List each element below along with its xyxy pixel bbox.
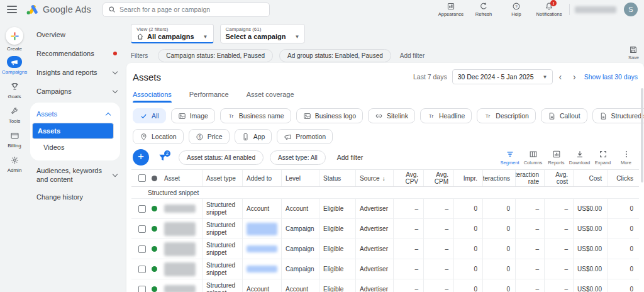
column-header-label: Interactions [482,175,510,182]
tab-performance[interactable]: Performance [189,91,229,103]
column-header-status[interactable]: Status [319,170,355,186]
table-filter-chip-asset-type[interactable]: Asset type: All [270,150,326,165]
global-search[interactable] [103,3,270,17]
add-asset-button[interactable]: + [133,149,149,166]
chevron-up-icon [106,112,111,117]
search-input[interactable] [119,6,264,13]
row-checkbox[interactable] [138,205,146,213]
previous-period-button[interactable]: ‹ [553,72,567,82]
rail-item-create[interactable]: Create [6,27,23,52]
asset-type-chip-business-name[interactable]: TrBusiness name [220,108,291,123]
sidebar-item-campaigns[interactable]: Campaigns [29,82,126,101]
asset-type-cell: Structured snippet [202,199,242,218]
row-checkbox[interactable] [138,266,146,273]
scrollbar[interactable] [641,88,643,182]
table-action-expand[interactable]: Expand [591,150,614,166]
product-name: Google Ads [43,4,91,14]
tab-bar: AssociationsPerformanceAsset coverage [133,91,644,103]
topbar-action-appearance[interactable]: Appearance [435,2,467,17]
asset-type-chip-headline[interactable]: TrHeadline [420,108,472,123]
next-period-button[interactable]: › [567,72,582,82]
table-action-reports[interactable]: Reports [545,150,568,166]
sidebar-item-recommendations[interactable]: Recommendations [29,44,126,63]
asset-type-chip-description[interactable]: TrDescription [477,108,536,123]
column-header-level[interactable]: Level [281,170,319,186]
show-last-30-days-link[interactable]: Show last 30 days [584,73,638,81]
filter-funnel-button[interactable]: 2 [158,153,167,162]
text-icon: Tr [484,112,492,120]
metric-cell-4: – [515,239,544,259]
asset-type-chip-location[interactable]: Location [133,129,184,144]
campaign-link-redacted[interactable] [247,245,277,252]
metric-cell-6: US$0.00 [573,259,607,279]
column-header-source[interactable]: Source↓ [355,170,393,186]
svg-text:?: ? [515,4,518,9]
filter-chip-campaign-status[interactable]: Campaign status: Enabled, Paused [158,49,273,62]
rail-item-admin[interactable]: Admin [7,154,22,173]
sidebar-item-change-history[interactable]: Change history [29,188,126,206]
asset-cell [160,279,202,292]
column-header-asset[interactable]: Asset [160,170,202,186]
column-header-interaction-rate[interactable]: Interaction rate [515,170,544,186]
asset-type-chip-sitelink[interactable]: Sitelink [368,108,415,123]
table-add-filter-link[interactable]: Add filter [337,154,363,161]
avatar[interactable]: S [624,3,638,16]
asset-type-chip-all[interactable]: All [133,108,166,123]
topbar-action-help[interactable]: ?Help [500,2,533,17]
asset-type-chip-price[interactable]: $Price [189,129,230,144]
sidebar-item-assets-section[interactable]: Assets [30,105,120,123]
row-checkbox[interactable] [138,225,146,233]
column-header-interactions[interactable]: Interactions [482,170,515,186]
sidebar-item-insights-and-reports[interactable]: Insights and reports [29,63,126,82]
main-menu-icon[interactable] [7,6,17,13]
column-header-impr[interactable]: Impr. [453,170,482,186]
add-filter-link[interactable]: Add filter [400,52,425,59]
table-action-segment[interactable]: Segment [498,150,521,166]
select-all-checkbox[interactable] [138,174,146,182]
asset-type-chip-promotion[interactable]: Promotion [277,129,333,144]
column-header-avg-cpm[interactable]: Avg. CPM [423,170,453,186]
column-header-clicks[interactable]: Clicks [607,170,638,186]
tab-asset-coverage[interactable]: Asset coverage [247,91,294,103]
campaign-link-redacted[interactable] [247,223,277,235]
topbar-action-notifications[interactable]: Notifications! [533,2,565,17]
sidebar-item-overview[interactable]: Overview [29,25,126,44]
table-action-download[interactable]: Download [568,150,591,166]
asset-type-chip-business-logo[interactable]: Business logo [296,108,363,123]
rail-item-goals[interactable]: Goals [7,81,22,99]
view-selector[interactable]: View (2 filters) All campaigns ▼ [131,24,214,43]
asset-type-chip-app[interactable]: App [235,129,272,144]
filter-chip-ad-group-status[interactable]: Ad group status: Enabled, Paused [279,49,391,62]
status-dot-green [152,266,157,272]
chip-label: Business logo [315,112,356,120]
rail-item-tools[interactable]: Tools [7,105,22,124]
column-header-added-to[interactable]: Added to [242,170,281,186]
table-toolbar: + 2 Asset status: All enabledAsset type:… [133,149,638,166]
rail-item-campaigns[interactable]: Campaigns [2,56,27,75]
column-header-avg-cost[interactable]: Avg. cost [544,170,573,186]
row-checkbox[interactable] [138,286,146,292]
column-header-asset-type[interactable]: Asset type [202,170,242,186]
date-range-picker[interactable]: 30 Dec 2024 - 5 Jan 2025 ▼ [452,69,553,84]
sidebar-item-assets[interactable]: Assets [32,123,114,139]
campaign-link-redacted[interactable] [247,266,277,272]
sidebar-item-audiences-keywords-and-content[interactable]: Audiences, keywords and content [29,162,126,188]
save-button[interactable]: Save [628,45,639,60]
table-filter-chip-asset-status[interactable]: Asset status: All enabled [179,150,264,165]
table-action-columns[interactable]: Columns [521,150,545,166]
tab-associations[interactable]: Associations [133,91,172,103]
table-action-more[interactable]: More [614,150,638,166]
asset-type-chip-callout[interactable]: Callout [541,108,587,123]
asset-type-chip-structured-snippet[interactable]: Structured snippet [592,108,644,123]
rail-item-billing[interactable]: Billing [7,130,22,149]
chip-label: Business name [239,112,284,120]
topbar-action-refresh[interactable]: Refresh [467,2,500,17]
sidebar: CreateCampaignsGoalsToolsBillingAdmin Ov… [0,19,126,292]
asset-type-chip-image[interactable]: Image [171,108,215,123]
campaign-selector[interactable]: Campaigns (61) Select a campaign ▼ [220,24,306,43]
asset-name-redacted [164,222,196,236]
column-header-cost[interactable]: Cost [573,170,607,186]
sidebar-item-videos[interactable]: Videos [32,139,118,155]
column-header-avg-cpv[interactable]: Avg. CPV [393,170,423,186]
row-checkbox[interactable] [138,245,146,253]
